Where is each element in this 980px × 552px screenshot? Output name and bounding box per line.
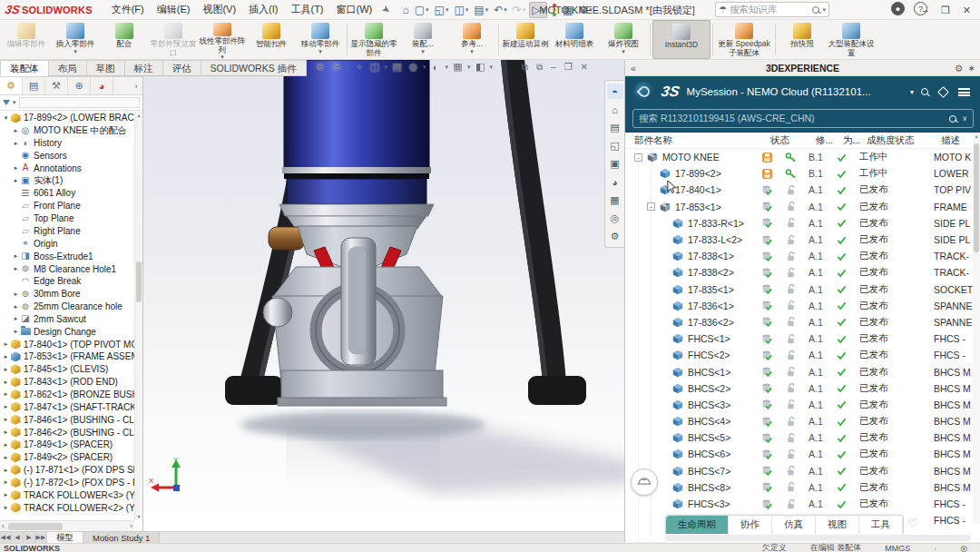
row-name[interactable]: 17-836<1> <box>688 301 734 311</box>
cmd-爆炸视图[interactable]: 爆炸视图▾ <box>599 20 648 59</box>
cmd-智能扣件[interactable]: 智能扣件 <box>247 20 296 59</box>
model-tab-模型[interactable]: 模型 <box>47 532 83 543</box>
row-name[interactable]: BHCS<4> <box>688 416 730 427</box>
tree-expander-icon[interactable]: ▸ <box>12 328 20 335</box>
row-collapse-icon[interactable]: - <box>634 153 642 162</box>
cmd-dropdown-icon[interactable]: ▾ <box>74 49 77 54</box>
menu-插入[interactable]: 插入(I) <box>242 1 284 18</box>
dimxpert-manager-tab[interactable]: ⊕ <box>68 77 91 94</box>
filter-input[interactable] <box>19 97 140 108</box>
save-icon[interactable]: ◫▾ <box>452 3 470 17</box>
tree-expander-icon[interactable]: ▸ <box>12 252 20 260</box>
solidworks-resources-icon[interactable]: ◎ <box>607 211 623 226</box>
dx-table-row[interactable]: 17-835<1>A.1已发布SOCKET <box>625 281 974 298</box>
row-name[interactable]: 17-836<2> <box>688 317 734 328</box>
feature-tree-item[interactable]: ▸17-847<1> (SHAFT-TRACK) <box>0 400 134 413</box>
dx-table-row[interactable]: 17-838<2>A.1已发布TRACK- <box>625 264 974 281</box>
feature-tree-item[interactable]: ▸◗History <box>0 137 134 150</box>
display-manager-tab[interactable]: ◕ <box>91 77 113 94</box>
row-name[interactable]: BHCS<1> <box>688 367 730 378</box>
feature-tree-item[interactable]: ▱Right Plane <box>0 225 134 238</box>
feature-tree-item[interactable]: ▱Front Plane <box>0 200 134 212</box>
dx-footer-tab-协作[interactable]: 协作 <box>729 516 772 534</box>
col-status[interactable]: 状态 <box>770 134 816 147</box>
cmd-dropdown-icon[interactable]: ▾ <box>421 49 425 54</box>
dx-pin-icon[interactable]: ✶ <box>967 63 975 74</box>
dx-table-row[interactable]: -MOTO KNEEB.1工作中MOTO K <box>625 149 974 165</box>
feature-tree-item[interactable]: ▸◎MOTO KNEE 中的配合 <box>0 124 134 137</box>
last-tab-button[interactable]: ▶▶ <box>35 532 47 543</box>
status-units[interactable]: MMGS <box>885 544 910 552</box>
minimize-button[interactable]: – <box>923 5 928 15</box>
user-account-icon[interactable]: ● <box>891 2 905 15</box>
dx-table-row[interactable]: 17-833-L<2>A.1已发布SIDE PL <box>625 232 974 248</box>
feature-tree-item[interactable]: ▸17-853<1> (FRAME ASSEM <box>0 350 134 363</box>
feature-tree-horizontal-scrollbar[interactable]: ‹› <box>0 520 134 531</box>
row-name[interactable]: BHCS<5> <box>688 432 730 443</box>
dx-table-row[interactable]: 17-833-R<1>A.1已发布SIDE PL <box>625 215 974 232</box>
row-name[interactable]: MOTO KNEE <box>662 152 720 163</box>
dx-search-chevron-icon[interactable]: ∨ <box>962 114 967 123</box>
cmd-拍快照[interactable]: 拍快照 <box>778 20 827 59</box>
feature-tree-item[interactable]: ▸⊚M8 Clearance Hole1 <box>0 262 134 275</box>
feature-tree-item[interactable]: ▸TRACK FOLLOWER<3> (YOI <box>0 488 134 501</box>
design-library-icon[interactable]: ▤ <box>607 120 623 135</box>
favorites-heart-icon[interactable]: ♡ <box>907 517 918 530</box>
dx-tag-icon[interactable] <box>937 86 949 98</box>
dx-table-row[interactable]: BHCS<7>A.1已发布BHCS M <box>625 463 974 479</box>
tree-expander-icon[interactable]: ▸ <box>2 379 10 386</box>
knowledge-base-search[interactable]: ☂ 搜索知识库 ▾ <box>715 2 829 17</box>
tree-expander-icon[interactable]: ▸ <box>2 454 10 461</box>
cmd-插入零部件[interactable]: 插入零部件▾ <box>51 20 100 59</box>
feature-tree-item[interactable]: ▸▣实体(1) <box>0 174 134 187</box>
dx-table-row[interactable]: FHCS<2>A.1已发布FHCS - <box>625 347 974 363</box>
dx-table-row[interactable]: BHCS<4>A.1已发布BHCS M <box>625 413 974 429</box>
tree-expander-icon[interactable]: ▸ <box>2 441 10 448</box>
tab-navigation-buttons[interactable]: ◀◀◀▶▶▶ <box>0 532 47 543</box>
expand-panel-icon[interactable]: › <box>130 77 142 94</box>
tree-expander-icon[interactable]: ▾ <box>2 114 10 122</box>
feature-tree-item[interactable]: ▸17-849<1> (SPACER) <box>0 439 134 451</box>
col-maturity[interactable]: 成熟度状态 <box>867 134 941 147</box>
tree-expander-icon[interactable]: ▸ <box>12 315 20 322</box>
tree-expander-icon[interactable]: ▸ <box>2 478 10 486</box>
new-document-icon[interactable]: ▢▾ <box>413 3 431 17</box>
cmd-移动零部件[interactable]: 移动零部件▾ <box>296 20 345 59</box>
cmd-更新-Speedpak-子装配体[interactable]: 更新 Speedpak 子装配体 <box>715 20 773 59</box>
dx-search-field[interactable]: 搜索 R1132101199415 (AWS-CRE_CHN) ∨ <box>632 109 974 128</box>
feature-tree-item[interactable]: ▸◪2mm Sawcut <box>0 313 134 326</box>
appearances-icon[interactable]: ◕ <box>607 174 623 190</box>
feature-tree-item[interactable]: ▸(-) 17-872<1> (FOX DPS - R <box>0 476 134 488</box>
tab-布局[interactable]: 布局 <box>48 60 87 76</box>
dx-table-row[interactable]: 17-838<1>A.1已发布TRACK- <box>625 248 974 264</box>
row-name[interactable]: BHCS<8> <box>688 482 730 493</box>
menu-工具[interactable]: 工具(T) <box>284 1 329 18</box>
restore-button[interactable]: ❐ <box>941 5 950 16</box>
feature-tree-item[interactable]: ▾17-899<2> (LOWER BRACK <box>0 112 134 124</box>
feature-tree-item[interactable]: ▱Top Plane <box>0 212 134 225</box>
status-tag-icon[interactable]: ◎ <box>960 544 967 552</box>
col-description[interactable]: 描述 <box>941 134 974 147</box>
feature-tree-item[interactable]: ▸Design Change <box>0 325 134 338</box>
file-explorer-icon[interactable]: ◱ <box>607 138 623 153</box>
dx-table-row[interactable]: BHCS<2>A.1已发布BHCS M <box>625 380 974 397</box>
tab-评估[interactable]: 评估 <box>162 60 201 76</box>
dx-footer-tab-生命周期[interactable]: 生命周期 <box>666 516 729 534</box>
search-dropdown-icon[interactable]: ▾ <box>822 6 826 14</box>
cmd-大型装配体设置[interactable]: 大型装配体设置 <box>827 20 876 59</box>
cmd-装配-[interactable]: 装配...▾ <box>398 20 447 59</box>
row-name[interactable]: FHCS<3> <box>688 498 730 509</box>
row-name[interactable]: 17-833-L<2> <box>688 234 742 245</box>
feature-tree-item[interactable]: ▸17-846<1> (BUSHING - CLE <box>0 413 134 426</box>
col-latest[interactable]: 为... <box>843 134 867 147</box>
feature-tree-item[interactable]: ◠Edge Break <box>0 275 134 288</box>
cmd-dropdown-icon[interactable]: ▾ <box>220 54 224 59</box>
feature-tree-item[interactable]: ◉Sensors <box>0 150 134 163</box>
dx-table-row[interactable]: BHCS<5>A.1已发布BHCS M <box>625 429 974 446</box>
row-name[interactable]: BHCS<7> <box>688 466 730 477</box>
cmd-线性零部件阵列[interactable]: 线性零部件阵列▾ <box>198 20 247 59</box>
feature-tree-item[interactable]: ▸TRACK FOLLOWER<2> (YOI <box>0 501 134 514</box>
property-manager-tab[interactable]: ▤ <box>23 77 45 94</box>
feature-tree-item[interactable]: ▸◨Boss-Extrude1 <box>0 250 134 262</box>
tree-expander-icon[interactable]: ▸ <box>2 429 10 436</box>
